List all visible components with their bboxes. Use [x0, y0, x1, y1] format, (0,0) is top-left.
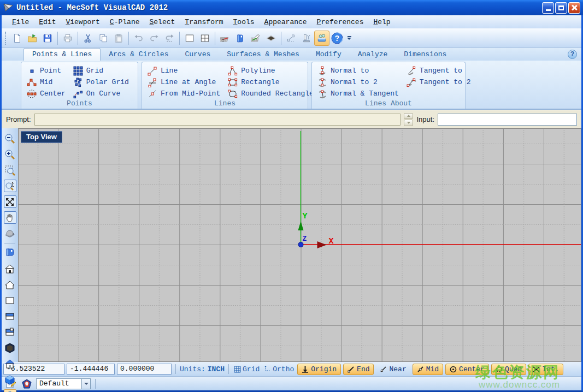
menu-appearance[interactable]: Appearance — [260, 17, 312, 27]
snap-quad-button[interactable]: Quad — [491, 364, 526, 375]
render-options-button[interactable] — [314, 31, 329, 46]
menu-cplane[interactable]: C-Plane — [105, 17, 145, 27]
home-roof-view-button[interactable] — [4, 358, 16, 370]
polyline-command[interactable]: Polyline — [228, 65, 314, 76]
history-up-button[interactable] — [404, 113, 413, 120]
redo-all-button[interactable] — [162, 31, 177, 46]
copy-icon — [98, 33, 108, 43]
shaded-display-button[interactable] — [263, 31, 279, 46]
toolbar-grip — [5, 32, 8, 45]
shaded-cube-icon — [4, 343, 15, 354]
open-file-button[interactable] — [25, 31, 40, 46]
mesh-display-button[interactable] — [217, 31, 233, 46]
coordinate-z-field[interactable]: 0.000000 — [117, 364, 172, 375]
shaded-view-button[interactable] — [4, 342, 16, 354]
snap-mid-button[interactable]: Mid — [413, 364, 443, 375]
tab-modify[interactable]: Modify — [308, 49, 350, 61]
command-input[interactable] — [438, 114, 577, 126]
tab-points-lines[interactable]: Points & Lines — [23, 48, 101, 61]
front-house-view-button[interactable] — [4, 278, 16, 291]
measure-points-button[interactable] — [284, 31, 299, 46]
ortho-toggle[interactable]: Ortho — [263, 365, 295, 373]
toolbar-overflow-icon — [348, 36, 351, 37]
zoom-out-button[interactable] — [4, 132, 16, 145]
front-plane-view-button[interactable] — [4, 310, 16, 323]
measure-tools-button[interactable] — [299, 31, 314, 46]
normal-tangent-command[interactable]: Normal & Tangent — [317, 88, 399, 99]
undo-button[interactable] — [131, 31, 146, 46]
zoom-dynamic-button[interactable] — [4, 180, 16, 192]
line-at-angle-command[interactable]: Line at Angle — [148, 76, 220, 88]
tab-arcs-circles[interactable]: Arcs & Circles — [101, 49, 176, 61]
history-down-button[interactable] — [404, 120, 413, 126]
copy-button[interactable] — [96, 31, 111, 46]
cut-button[interactable] — [80, 31, 96, 46]
zoom-window-button[interactable] — [4, 164, 16, 176]
menu-transform[interactable]: Transform — [180, 17, 228, 27]
zoom-in-button[interactable] — [4, 148, 16, 161]
layer-select[interactable]: Default — [36, 378, 91, 389]
layer-select-arrow[interactable] — [81, 379, 90, 389]
pan-button[interactable] — [4, 211, 16, 224]
tab-curves[interactable]: Curves — [176, 49, 219, 61]
snap-center-button[interactable]: Center — [445, 364, 489, 375]
tab-dimensions[interactable]: Dimensions — [396, 49, 455, 61]
rotate-view-button[interactable] — [4, 227, 16, 240]
snap-int-button[interactable]: Int. — [528, 364, 563, 375]
side-plane-view-button[interactable] — [4, 326, 16, 338]
paste-button[interactable] — [111, 31, 126, 46]
grid-toggle[interactable]: Grid — [233, 365, 261, 373]
menu-file[interactable]: File — [7, 17, 34, 27]
line-from-midpoint-command[interactable]: From Mid-Point — [148, 88, 220, 99]
prompt-input[interactable] — [34, 114, 401, 126]
menu-edit[interactable]: Edit — [34, 17, 61, 27]
points-on-curve-command[interactable]: On Curve — [73, 88, 129, 99]
drawing-viewport[interactable]: Y X Z Top View — [18, 128, 581, 362]
tab-surfaces-meshes[interactable]: Surfaces & Meshes — [219, 49, 308, 61]
print-button[interactable] — [60, 31, 75, 46]
ribbon-help-button[interactable]: ? — [568, 50, 577, 59]
viewport-four-button[interactable] — [197, 31, 213, 46]
home-view-button[interactable] — [4, 263, 16, 275]
snap-near-button[interactable]: Near — [376, 364, 410, 375]
grid-points-command[interactable]: Grid — [73, 65, 129, 76]
snap-end-button[interactable]: End — [343, 364, 374, 375]
line-command[interactable]: Line — [148, 65, 220, 76]
viewport-single-button[interactable] — [182, 31, 197, 46]
menu-preferences[interactable]: Preferences — [312, 17, 369, 27]
zoom-extents-button[interactable] — [4, 195, 16, 208]
help-button[interactable]: ? — [329, 31, 345, 46]
snap-origin-button[interactable]: Origin — [297, 364, 341, 375]
layer-manager-button[interactable] — [20, 378, 33, 390]
toolbar-overflow-button[interactable] — [347, 36, 351, 40]
tab-analyze[interactable]: Analyze — [350, 49, 396, 61]
top-plane-view-button[interactable] — [4, 294, 16, 307]
menu-select[interactable]: Select — [144, 17, 180, 27]
grid-icon — [234, 366, 241, 373]
menu-viewport[interactable]: Viewport — [61, 17, 104, 27]
mid-point-command[interactable]: Mid — [27, 76, 66, 88]
new-file-button[interactable] — [9, 31, 25, 46]
menu-help[interactable]: Help — [368, 17, 395, 27]
coordinate-y-field[interactable]: -1.444446 — [67, 364, 115, 375]
center-point-command[interactable]: Center — [27, 88, 66, 99]
rectangle-command[interactable]: Rectangle — [228, 76, 314, 88]
isometric-view-1-button[interactable] — [4, 373, 16, 386]
rounded-rectangle-command[interactable]: Rounded Rectangle — [228, 88, 314, 99]
maximize-button[interactable] — [555, 2, 567, 14]
save-button[interactable] — [40, 31, 55, 46]
tangent-to-command[interactable]: Tangent to — [407, 65, 471, 76]
solid-display-button[interactable] — [233, 31, 248, 46]
mesh-edit-button[interactable] — [248, 31, 263, 46]
point-command[interactable]: Point — [27, 65, 66, 76]
close-button[interactable] — [568, 2, 580, 14]
minimize-button[interactable] — [542, 2, 554, 14]
isometric-view-2-button[interactable] — [4, 389, 16, 392]
polar-grid-command[interactable]: Polar Grid — [73, 76, 129, 88]
normal-to-2-command[interactable]: Normal to 2 — [317, 76, 399, 88]
display-object-button[interactable] — [4, 247, 16, 259]
normal-to-command[interactable]: Normal to — [317, 65, 399, 76]
tangent-to-2-command[interactable]: Tangent to 2 — [407, 76, 471, 88]
menu-tools[interactable]: Tools — [228, 17, 260, 27]
redo-button[interactable] — [146, 31, 162, 46]
